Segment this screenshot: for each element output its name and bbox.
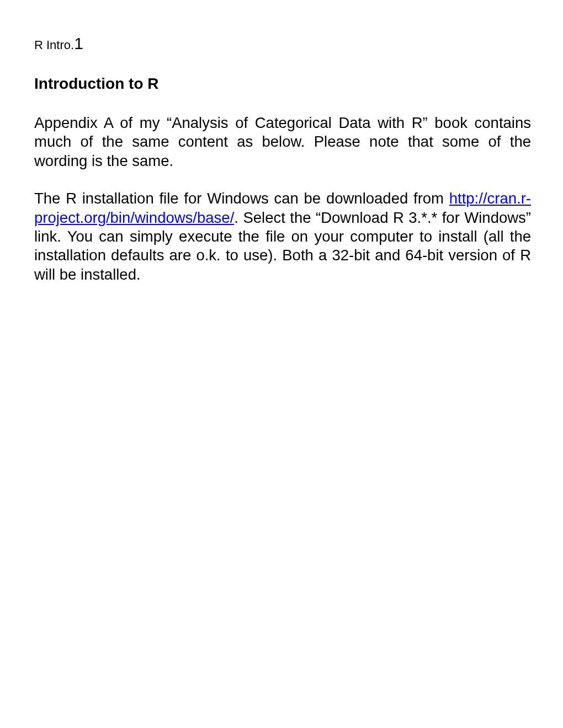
page-header: R Intro.1 (34, 34, 531, 53)
page-title: Introduction to R (34, 75, 531, 93)
header-prefix: R Intro. (34, 38, 74, 52)
paragraph-2-before-link: The R installation file for Windows can … (34, 190, 449, 207)
paragraph-2: The R installation file for Windows can … (34, 189, 531, 284)
page-number: 1 (74, 34, 83, 52)
paragraph-1: Appendix A of my “Analysis of Categorica… (34, 114, 531, 170)
